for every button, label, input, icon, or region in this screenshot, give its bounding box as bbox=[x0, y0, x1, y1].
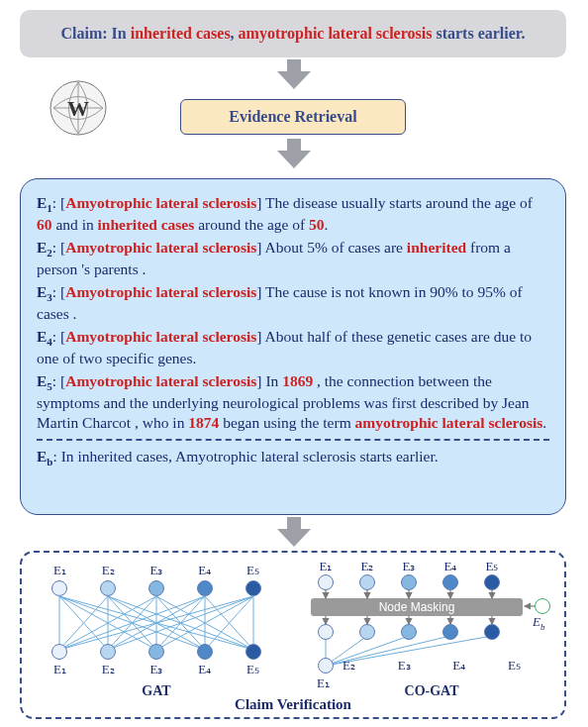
claim-mid: , bbox=[231, 25, 239, 42]
evidence-e4: E4: [Amyotrophic lateral sclerosis] Abou… bbox=[37, 327, 549, 368]
evidence-e1: E1: [Amyotrophic lateral sclerosis] The … bbox=[37, 193, 549, 235]
svg-marker-6 bbox=[277, 517, 311, 547]
cogat-graph: E₁ E₂ E₃ E₄ E₅ Eb Node Masking bbox=[305, 559, 558, 697]
e5-kw2: 1874 bbox=[188, 414, 219, 431]
graph-node bbox=[318, 658, 334, 674]
e2-kw1: inherited bbox=[407, 239, 466, 256]
e5-kw3: amyotrophic lateral sclerosis bbox=[355, 414, 543, 431]
graph-node bbox=[484, 624, 500, 640]
node-label: E₃ bbox=[398, 658, 411, 674]
wikipedia-logo-icon: W bbox=[48, 79, 109, 137]
e1-post: around the age of bbox=[194, 216, 309, 233]
node-label: E₅ bbox=[246, 662, 259, 677]
graph-node bbox=[148, 644, 164, 660]
evidence-eb: Eb: In inherited cases, Amyotrophic late… bbox=[37, 447, 549, 468]
node-label: E₂ bbox=[102, 662, 115, 677]
graph-node bbox=[197, 644, 213, 660]
claim-prefix: Claim: In bbox=[61, 25, 131, 42]
graph-node bbox=[401, 624, 417, 640]
e5-pre: ] In bbox=[256, 372, 282, 389]
e5-kw1: 1869 bbox=[282, 372, 313, 389]
claim-box: Claim: In inherited cases, amyotrophic l… bbox=[20, 10, 566, 57]
verification-panel: E₁ E₂ E₃ E₄ E₅ bbox=[20, 551, 566, 719]
e5-mid2: began using the term bbox=[219, 414, 354, 431]
e5-end: . bbox=[542, 414, 546, 431]
arrow-down-icon bbox=[277, 139, 311, 168]
claim-kw2: amyotrophic lateral sclerosis bbox=[239, 25, 433, 42]
e2-text: ] About 5% of cases are bbox=[256, 239, 407, 256]
node-label: E₄ bbox=[198, 662, 211, 677]
topic-label: Amyotrophic lateral sclerosis bbox=[65, 194, 256, 211]
node-label: E₄ bbox=[452, 658, 465, 674]
topic-label: Amyotrophic lateral sclerosis bbox=[65, 328, 256, 345]
evidence-panel: E1: [Amyotrophic lateral sclerosis] The … bbox=[20, 178, 566, 515]
node-label: E₁ bbox=[53, 662, 66, 677]
node-label: E₃ bbox=[150, 662, 163, 677]
cogat-title: CO-GAT bbox=[405, 683, 459, 699]
graph-node bbox=[359, 624, 375, 640]
graph-node bbox=[318, 624, 334, 640]
svg-marker-5 bbox=[277, 139, 311, 168]
e1-kw1: 60 bbox=[37, 216, 52, 233]
svg-marker-0 bbox=[277, 59, 311, 89]
gat-title: GAT bbox=[142, 683, 170, 699]
e1-mid: and in bbox=[52, 216, 98, 233]
claim-kw1: inherited cases bbox=[131, 25, 231, 42]
evidence-e3: E3: [Amyotrophic lateral sclerosis] The … bbox=[37, 282, 549, 324]
graph-node bbox=[100, 644, 116, 660]
graph-node bbox=[245, 644, 261, 660]
topic-label: Amyotrophic lateral sclerosis bbox=[65, 372, 256, 389]
verification-label: Claim Verification bbox=[235, 696, 351, 713]
graph-node bbox=[51, 644, 67, 660]
e1-kw3: 50 bbox=[309, 216, 325, 233]
eb-text: : In inherited cases, Amyotrophic latera… bbox=[52, 448, 438, 465]
topic-label: Amyotrophic lateral sclerosis bbox=[65, 283, 256, 300]
evidence-e2: E2: [Amyotrophic lateral sclerosis] Abou… bbox=[37, 238, 549, 279]
gat-graph: E₁ E₂ E₃ E₄ E₅ bbox=[36, 563, 277, 697]
arrow-down-icon bbox=[277, 59, 311, 89]
topic-label: Amyotrophic lateral sclerosis bbox=[65, 239, 256, 256]
evidence-retrieval-label: Evidence Retrieval bbox=[229, 108, 356, 126]
e1-text: ] The disease usually starts around the … bbox=[256, 194, 533, 211]
e1-end: . bbox=[325, 216, 329, 233]
e1-kw2: inherited cases bbox=[98, 216, 195, 233]
evidence-divider bbox=[37, 439, 549, 441]
graph-node bbox=[442, 624, 458, 640]
evidence-retrieval-box: Evidence Retrieval bbox=[180, 99, 406, 135]
arrow-down-icon bbox=[277, 517, 311, 547]
node-label: E₅ bbox=[508, 658, 521, 674]
evidence-e5: E5: [Amyotrophic lateral sclerosis] In 1… bbox=[37, 371, 549, 433]
node-label: E₂ bbox=[343, 658, 355, 674]
claim-text: Claim: In inherited cases, amyotrophic l… bbox=[61, 25, 526, 43]
node-label: E₁ bbox=[317, 675, 330, 691]
claim-suffix: starts earlier. bbox=[432, 25, 525, 42]
svg-text:W: W bbox=[67, 96, 89, 121]
